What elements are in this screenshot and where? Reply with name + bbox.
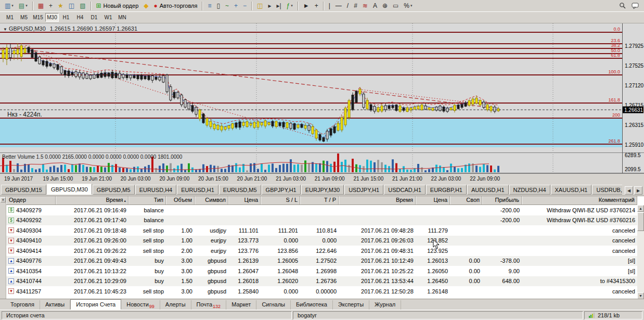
column-header-close-time[interactable]: Время (339, 196, 416, 204)
tab-signaly[interactable]: Сигналы (256, 300, 291, 310)
metaeditor-button[interactable]: ◆ (141, 1, 150, 11)
tab-alerty[interactable]: Алерты (160, 300, 191, 310)
chart-tab-xauusd-h1[interactable]: XAUUSD,H1 (551, 185, 592, 195)
timeframe-mn[interactable]: MN (115, 13, 129, 22)
timeframe-m30[interactable]: M30 (45, 13, 59, 22)
history-row[interactable]: ▴434103542017.06.21 10:13:22buy3.00gbpus… (6, 266, 637, 276)
vertical-line-tool-button[interactable]: | (327, 1, 332, 11)
navigator-button[interactable]: ★ (56, 1, 66, 11)
tab-torgovlya[interactable]: Торговля (5, 300, 40, 310)
zoom-in-button[interactable]: + (232, 1, 240, 11)
column-header-comment[interactable]: Комментарий (522, 196, 637, 204)
tab-zhurnal[interactable]: Журнал (369, 300, 401, 310)
history-row[interactable]: $434092792017.06.21 09:16:49balance-200.… (6, 205, 637, 215)
channel-tool-button[interactable]: # (352, 1, 359, 11)
terminal-button[interactable]: ◫ (67, 1, 76, 11)
timeframe-h1[interactable]: H1 (59, 13, 73, 22)
chart-tab-eurjpy-m30[interactable]: EURJPY,M30 (301, 185, 344, 195)
tab-pochta[interactable]: Почта132 (191, 300, 227, 310)
column-header-type[interactable]: Тип (128, 196, 166, 204)
auto-trading-button[interactable]: ●Авто-торговля (151, 1, 199, 11)
fibonacci-tool-button[interactable]: ≋ (360, 1, 370, 11)
data-window-button[interactable]: + (47, 1, 55, 11)
time-axis[interactable]: 19 Jun 201719 Jun 15:0019 Jun 21:0020 Ju… (0, 173, 644, 183)
chart-tab-gbpjpy-h1[interactable]: GBPJPY,H1 (262, 185, 301, 195)
timeframe-m15[interactable]: M15 (31, 13, 45, 22)
chart-tab-usdrub-daily[interactable]: USDRUB,Daily (592, 185, 622, 195)
tile-windows-button[interactable]: ◫ (255, 1, 265, 11)
arrows-tool-button[interactable]: ⊕ (380, 1, 390, 11)
search-button[interactable] (617, 1, 628, 11)
history-row[interactable]: ▾434094142017.06.21 09:26:22sell stop2.0… (6, 246, 637, 256)
history-row[interactable]: ▾434112572017.06.21 10:45:23sell stop3.0… (6, 286, 637, 297)
candle (344, 108, 346, 125)
tab-novosti[interactable]: Новости99 (121, 300, 160, 310)
crosshair-tool-button[interactable]: + (313, 1, 320, 11)
chart-tab-gbpusd-m15[interactable]: GBPUSD,M15 (1, 185, 46, 195)
chart-tab-usdcad-h1[interactable]: USDCAD,H1 (384, 185, 426, 195)
scroll-up-button[interactable]: ▲ (637, 205, 644, 212)
history-row[interactable]: $434092922017.06.21 09:17:40balance-200.… (6, 215, 637, 226)
close-terminal-button[interactable]: × (1, 197, 6, 202)
new-order-button[interactable]: ⊞Новый ордер (94, 1, 141, 11)
price-chart[interactable]: 0.023.638.250.061.8100.0161.8200261.81.2… (0, 23, 644, 173)
community-button[interactable] (629, 1, 641, 11)
periods-tool-button[interactable]: %▾ (402, 1, 414, 11)
tab-eksperty[interactable]: Эксперты (333, 300, 369, 310)
volume-bar (57, 168, 59, 172)
tab-market[interactable]: Маркет (226, 300, 256, 310)
bar-chart-mode-button[interactable]: ≡ (205, 1, 213, 11)
column-header-symbol[interactable]: Символ (195, 196, 228, 204)
column-header-tp[interactable]: T / P (300, 196, 339, 204)
column-header-volume[interactable]: Объем (166, 196, 195, 204)
history-row[interactable]: ▴434107442017.06.21 10:29:09buy1.50gbpus… (6, 276, 637, 287)
chart-tab-gbpusd-m5[interactable]: GBPUSD,M5 (93, 185, 135, 195)
tab-biblioteka[interactable]: Библиотека (291, 300, 333, 310)
chart-shift-button[interactable]: ▸| (274, 1, 283, 11)
chart-tab-eurusd-m5[interactable]: EURUSD,M5 (219, 185, 261, 195)
timeframe-w1[interactable]: W1 (101, 13, 115, 22)
tabs-scroll-left-button[interactable]: ◀ (625, 186, 633, 195)
shapes-tool-button[interactable]: ▭ (391, 1, 401, 11)
history-row[interactable]: ▾434094102017.06.21 09:26:00sell stop1.0… (6, 236, 637, 246)
chart-collapse-icon[interactable]: ▼ (3, 27, 7, 32)
vertical-scrollbar[interactable]: ▲ ▼ (637, 205, 644, 299)
column-header-profit[interactable]: Прибыль (482, 196, 522, 204)
column-header-price[interactable]: Цена (228, 196, 261, 204)
tab-istoriya-scheta[interactable]: История Счета (70, 299, 121, 310)
history-row[interactable]: ▴434097762017.06.21 09:49:43buy3.00gbpus… (6, 256, 637, 266)
horizontal-line-tool-button[interactable]: — (333, 1, 344, 11)
column-header-swap[interactable]: Своп (450, 196, 482, 204)
column-header-sl[interactable]: S / L (261, 196, 300, 204)
column-header-close-price[interactable]: Цена (416, 196, 450, 204)
cursor-tool-button[interactable]: ► (301, 1, 312, 11)
auto-scroll-button[interactable]: ▸ (266, 1, 273, 11)
profiles-button[interactable]: ▤▾ (17, 1, 30, 11)
timeframe-m5[interactable]: M5 (17, 13, 31, 22)
scrollbar-thumb[interactable] (637, 212, 644, 231)
trendline-tool-button[interactable]: / (345, 1, 351, 11)
chart-tab-audusd-h1[interactable]: AUDUSD,H1 (467, 185, 509, 195)
strategy-tester-button[interactable]: ▧ (78, 1, 87, 11)
chart-tab-usdjpy-h1[interactable]: USDJPY,H1 (344, 185, 383, 195)
new-chart-button[interactable]: ▥▾ (3, 1, 16, 11)
market-watch-button[interactable]: ▦ (36, 1, 46, 11)
chart-tab-eurusd-h4[interactable]: EURUSD,H4 (135, 185, 177, 195)
tab-aktivy[interactable]: Активы (40, 300, 70, 310)
column-header-order[interactable]: Ордер (6, 196, 56, 204)
chart-tab-eurgbp-h1[interactable]: EURGBP,H1 (426, 185, 467, 195)
timeframe-m1[interactable]: M1 (3, 13, 17, 22)
column-header-open-time[interactable]: Время▴ (56, 196, 128, 204)
history-row[interactable]: ▾434093042017.06.21 09:18:48sell stop1.0… (6, 225, 637, 236)
zoom-out-button[interactable]: − (241, 1, 249, 11)
chart-tab-nzdusd-h4[interactable]: NZDUSD,H4 (509, 185, 550, 195)
indicators-button[interactable]: ƒ▾ (285, 1, 295, 11)
timeframe-d1[interactable]: D1 (87, 13, 101, 22)
tabs-scroll-right-button[interactable]: ▶ (634, 186, 642, 195)
line-chart-mode-button[interactable]: ~ (223, 1, 231, 11)
chart-tab-eurusd-h1[interactable]: EURUSD,H1 (177, 185, 218, 195)
candlestick-chart-mode-button[interactable]: ▯ (214, 1, 222, 11)
text-tool-button[interactable]: A (371, 1, 379, 11)
timeframe-h4[interactable]: H4 (73, 13, 87, 22)
chart-tab-gbpusd-m30[interactable]: GBPUSD,M30 (47, 184, 92, 195)
